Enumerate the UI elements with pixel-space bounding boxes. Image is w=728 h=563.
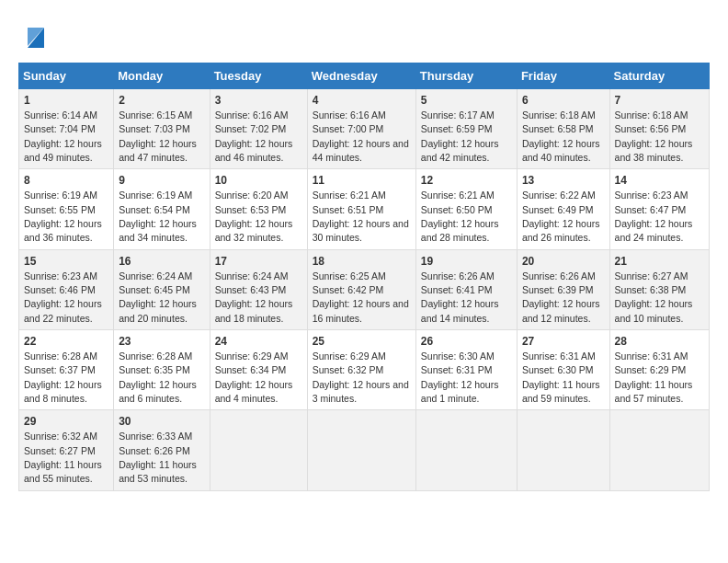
day-number: 21: [615, 255, 627, 268]
sunset-info: Sunset: 6:27 PM: [24, 445, 96, 456]
col-header-saturday: Saturday: [609, 63, 709, 89]
cell-week1-day6: 6 Sunrise: 6:18 AM Sunset: 6:58 PM Dayli…: [517, 89, 609, 169]
daylight-info: Daylight: 12 hours and 47 minutes.: [119, 138, 197, 163]
daylight-info: Daylight: 12 hours and 46 minutes.: [215, 138, 293, 163]
day-number: 10: [215, 174, 227, 187]
day-number: 1: [24, 94, 30, 107]
daylight-info: Daylight: 11 hours and 59 minutes.: [522, 379, 600, 404]
day-number: 25: [313, 335, 324, 348]
sunset-info: Sunset: 7:03 PM: [119, 123, 190, 134]
day-number: 18: [313, 255, 324, 268]
cell-week2-day3: 10 Sunrise: 6:20 AM Sunset: 6:53 PM Dayl…: [210, 169, 307, 249]
sunrise-info: Sunrise: 6:23 AM: [615, 190, 688, 201]
sunset-info: Sunset: 6:47 PM: [615, 204, 687, 215]
calendar-table: SundayMondayTuesdayWednesdayThursdayFrid…: [18, 63, 710, 491]
day-number: 2: [119, 94, 125, 107]
daylight-info: Daylight: 12 hours and 1 minute.: [421, 379, 499, 404]
sunrise-info: Sunrise: 6:27 AM: [615, 270, 688, 282]
daylight-info: Daylight: 12 hours and 18 minutes.: [215, 298, 293, 323]
cell-week2-day6: 13 Sunrise: 6:22 AM Sunset: 6:49 PM Dayl…: [517, 169, 609, 249]
sunset-info: Sunset: 6:32 PM: [313, 364, 384, 375]
day-number: 3: [215, 94, 222, 107]
sunrise-info: Sunrise: 6:19 AM: [24, 190, 97, 201]
cell-week2-day2: 9 Sunrise: 6:19 AM Sunset: 6:54 PM Dayli…: [114, 169, 210, 249]
cell-week1-day5: 5 Sunrise: 6:17 AM Sunset: 6:59 PM Dayli…: [415, 89, 517, 169]
daylight-info: Daylight: 11 hours and 53 minutes.: [119, 459, 197, 484]
sunrise-info: Sunrise: 6:26 AM: [522, 270, 596, 282]
daylight-info: Daylight: 12 hours and 28 minutes.: [421, 218, 499, 243]
sunset-info: Sunset: 6:30 PM: [522, 364, 594, 375]
daylight-info: Daylight: 12 hours and 10 minutes.: [615, 298, 693, 323]
daylight-info: Daylight: 12 hours and 49 minutes.: [24, 138, 102, 163]
sunset-info: Sunset: 6:38 PM: [615, 284, 687, 295]
sunrise-info: Sunrise: 6:15 AM: [119, 109, 192, 121]
col-header-friday: Friday: [517, 63, 609, 89]
daylight-info: Daylight: 12 hours and 14 minutes.: [421, 298, 499, 323]
daylight-info: Daylight: 12 hours and 20 minutes.: [119, 298, 197, 323]
header-row: SundayMondayTuesdayWednesdayThursdayFrid…: [19, 63, 710, 89]
day-number: 6: [522, 94, 529, 107]
daylight-info: Daylight: 12 hours and 16 minutes.: [313, 298, 409, 323]
day-number: 15: [24, 255, 36, 268]
cell-week5-day2: 30 Sunrise: 6:33 AM Sunset: 6:26 PM Dayl…: [114, 410, 210, 490]
cell-week3-day4: 18 Sunrise: 6:25 AM Sunset: 6:42 PM Dayl…: [307, 249, 415, 329]
sunrise-info: Sunrise: 6:20 AM: [215, 190, 289, 201]
daylight-info: Daylight: 12 hours and 30 minutes.: [313, 218, 409, 243]
sunrise-info: Sunrise: 6:23 AM: [24, 270, 97, 282]
cell-week5-day3: [210, 410, 307, 490]
day-number: 4: [313, 94, 319, 107]
sunrise-info: Sunrise: 6:31 AM: [522, 350, 596, 362]
cell-week5-day4: [307, 410, 415, 490]
sunset-info: Sunset: 6:53 PM: [215, 204, 287, 215]
sunrise-info: Sunrise: 6:25 AM: [313, 270, 386, 282]
sunrise-info: Sunrise: 6:18 AM: [615, 109, 688, 121]
logo: [18, 18, 55, 53]
sunrise-info: Sunrise: 6:21 AM: [313, 190, 386, 201]
sunrise-info: Sunrise: 6:28 AM: [24, 350, 97, 362]
cell-week5-day6: [517, 410, 609, 490]
daylight-info: Daylight: 12 hours and 36 minutes.: [24, 218, 102, 243]
day-number: 5: [421, 94, 427, 107]
cell-week2-day4: 11 Sunrise: 6:21 AM Sunset: 6:51 PM Dayl…: [307, 169, 415, 249]
sunset-info: Sunset: 6:31 PM: [421, 364, 493, 375]
day-number: 23: [119, 335, 131, 348]
sunset-info: Sunset: 6:58 PM: [522, 123, 594, 134]
sunset-info: Sunset: 6:34 PM: [215, 364, 287, 375]
sunset-info: Sunset: 6:59 PM: [421, 123, 493, 134]
daylight-info: Daylight: 12 hours and 44 minutes.: [313, 138, 409, 163]
cell-week1-day2: 2 Sunrise: 6:15 AM Sunset: 7:03 PM Dayli…: [114, 89, 210, 169]
cell-week4-day6: 27 Sunrise: 6:31 AM Sunset: 6:30 PM Dayl…: [517, 330, 609, 410]
daylight-info: Daylight: 11 hours and 55 minutes.: [24, 459, 102, 484]
cell-week4-day5: 26 Sunrise: 6:30 AM Sunset: 6:31 PM Dayl…: [415, 330, 517, 410]
cell-week1-day3: 3 Sunrise: 6:16 AM Sunset: 7:02 PM Dayli…: [210, 89, 307, 169]
daylight-info: Daylight: 12 hours and 42 minutes.: [421, 138, 499, 163]
cell-week1-day1: 1 Sunrise: 6:14 AM Sunset: 7:04 PM Dayli…: [19, 89, 114, 169]
cell-week1-day7: 7 Sunrise: 6:18 AM Sunset: 6:56 PM Dayli…: [609, 89, 709, 169]
day-number: 16: [119, 255, 131, 268]
sunset-info: Sunset: 6:50 PM: [421, 204, 493, 215]
day-number: 7: [615, 94, 621, 107]
sunset-info: Sunset: 7:04 PM: [24, 123, 96, 134]
daylight-info: Daylight: 12 hours and 34 minutes.: [119, 218, 197, 243]
sunset-info: Sunset: 6:49 PM: [522, 204, 594, 215]
sunrise-info: Sunrise: 6:22 AM: [522, 190, 596, 201]
cell-week5-day1: 29 Sunrise: 6:32 AM Sunset: 6:27 PM Dayl…: [19, 410, 114, 490]
daylight-info: Daylight: 12 hours and 38 minutes.: [615, 138, 693, 163]
week-row-5: 29 Sunrise: 6:32 AM Sunset: 6:27 PM Dayl…: [19, 410, 710, 490]
sunrise-info: Sunrise: 6:28 AM: [119, 350, 192, 362]
sunset-info: Sunset: 7:00 PM: [313, 123, 384, 134]
sunrise-info: Sunrise: 6:29 AM: [215, 350, 289, 362]
cell-week2-day1: 8 Sunrise: 6:19 AM Sunset: 6:55 PM Dayli…: [19, 169, 114, 249]
day-number: 8: [24, 174, 30, 187]
sunset-info: Sunset: 6:46 PM: [24, 284, 96, 295]
sunset-info: Sunset: 6:45 PM: [119, 284, 190, 295]
daylight-info: Daylight: 12 hours and 3 minutes.: [313, 379, 409, 404]
sunset-info: Sunset: 7:02 PM: [215, 123, 287, 134]
sunrise-info: Sunrise: 6:14 AM: [24, 109, 97, 121]
sunset-info: Sunset: 6:39 PM: [522, 284, 594, 295]
sunset-info: Sunset: 6:55 PM: [24, 204, 96, 215]
cell-week3-day2: 16 Sunrise: 6:24 AM Sunset: 6:45 PM Dayl…: [114, 249, 210, 329]
daylight-info: Daylight: 12 hours and 22 minutes.: [24, 298, 102, 323]
day-number: 11: [313, 174, 324, 187]
week-row-4: 22 Sunrise: 6:28 AM Sunset: 6:37 PM Dayl…: [19, 330, 710, 410]
